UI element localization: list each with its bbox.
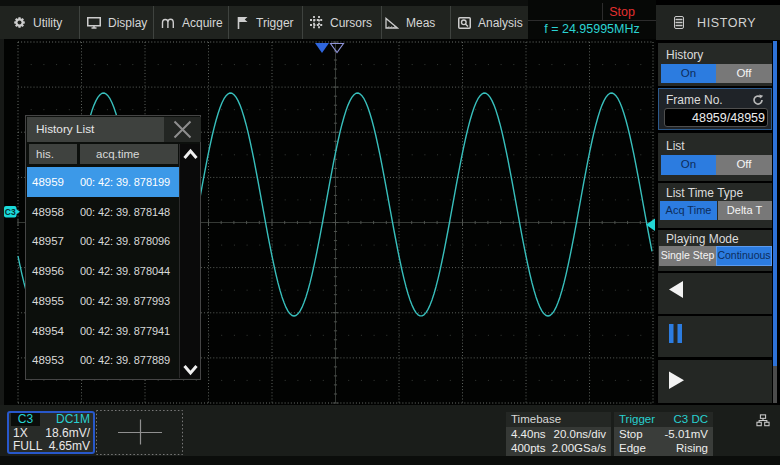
svg-text:C3: C3 (5, 207, 16, 217)
